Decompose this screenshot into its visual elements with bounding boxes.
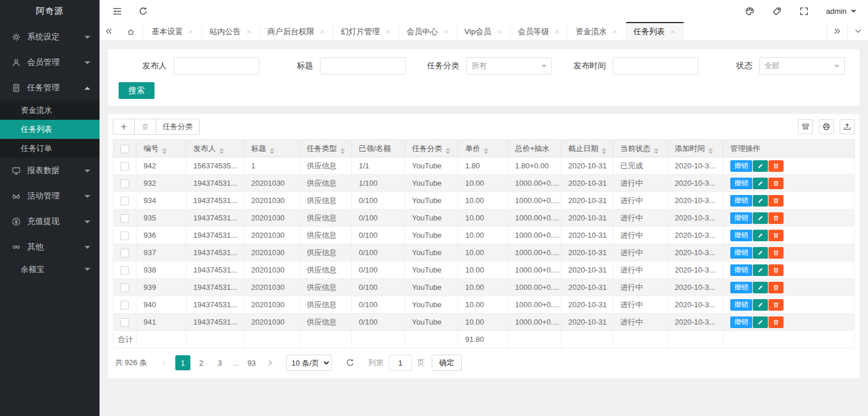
revoke-button[interactable]: 撤销 — [730, 212, 752, 224]
row-checkbox[interactable] — [120, 318, 129, 327]
sort-asc-icon[interactable] — [340, 148, 345, 150]
refresh-icon[interactable] — [138, 6, 148, 16]
sort-desc-icon[interactable] — [602, 152, 606, 154]
sort-desc-icon[interactable] — [484, 152, 488, 154]
row-checkbox[interactable] — [120, 284, 129, 292]
sidebar-item-member-management[interactable]: 会员管理 — [0, 50, 100, 75]
columns-tool-button[interactable] — [798, 119, 813, 134]
page-size-select[interactable]: 10 条/页 — [286, 355, 332, 371]
column-header-deadline[interactable]: 截止日期 — [561, 140, 613, 157]
delete-button[interactable] — [768, 195, 784, 207]
pagination-prev-button[interactable] — [157, 355, 172, 370]
tab-task-list[interactable]: 任务列表 — [626, 22, 684, 41]
column-header-task-type[interactable]: 任务类型 — [300, 140, 352, 157]
sort-desc-icon[interactable] — [270, 152, 274, 154]
sort-icon[interactable] — [602, 148, 606, 154]
sort-desc-icon[interactable] — [654, 152, 659, 154]
sort-asc-icon[interactable] — [162, 148, 167, 150]
tab-home[interactable] — [118, 22, 144, 41]
edit-button[interactable] — [753, 195, 768, 207]
tab-vip-member[interactable]: Vip会员 — [457, 22, 510, 41]
sort-asc-icon[interactable] — [446, 148, 450, 150]
sort-asc-icon[interactable] — [219, 148, 224, 150]
sort-asc-icon[interactable] — [270, 148, 274, 150]
export-tool-button[interactable] — [840, 119, 855, 134]
palette-icon[interactable] — [745, 6, 755, 16]
tab-basic-settings[interactable]: 基本设置 — [144, 22, 202, 41]
pagination-page-93[interactable]: 93 — [244, 355, 259, 370]
column-header-id[interactable]: 编号 — [137, 140, 186, 157]
close-icon[interactable] — [612, 29, 618, 35]
status-select[interactable]: 全部 — [759, 57, 845, 75]
tabs-dropdown-button[interactable] — [847, 22, 868, 41]
tag-icon[interactable] — [772, 6, 782, 16]
sidebar-item-activity-management[interactable]: 活动管理 — [0, 183, 100, 209]
revoke-button[interactable]: 撤销 — [730, 230, 752, 241]
close-icon[interactable] — [385, 29, 391, 35]
delete-button[interactable] — [768, 230, 784, 241]
sort-asc-icon[interactable] — [484, 148, 488, 150]
sidebar-item-recharge-withdraw[interactable]: 充值提现 — [0, 209, 100, 234]
add-button[interactable] — [113, 119, 135, 135]
sidebar-item-system-settings[interactable]: 系统设定 — [0, 24, 100, 50]
column-header-publisher[interactable]: 发布人 — [186, 140, 244, 157]
tabs-scroll-right-button[interactable] — [826, 22, 847, 41]
edit-button[interactable] — [753, 282, 768, 293]
sort-icon[interactable] — [708, 148, 713, 154]
pagination-page-2[interactable]: 2 — [194, 355, 209, 370]
sidebar-item-task-management[interactable]: 任务管理 — [0, 75, 100, 101]
close-icon[interactable] — [670, 29, 676, 35]
pagination-page-1[interactable]: 1 — [175, 355, 190, 370]
pagination-page-3[interactable]: 3 — [212, 355, 227, 370]
revoke-button[interactable]: 撤销 — [730, 299, 752, 311]
revoke-button[interactable]: 撤销 — [730, 160, 752, 172]
column-header-title[interactable]: 标题 — [244, 140, 300, 157]
publisher-input[interactable] — [174, 57, 259, 75]
edit-button[interactable] — [753, 160, 768, 172]
row-checkbox[interactable] — [120, 162, 129, 171]
delete-button[interactable] — [768, 264, 784, 276]
select-all-checkbox[interactable] — [120, 145, 129, 153]
tab-slideshow-management[interactable]: 幻灯片管理 — [333, 22, 399, 41]
close-icon[interactable] — [246, 29, 252, 35]
column-header-category[interactable]: 任务分类 — [405, 140, 458, 157]
sidebar-subitem-fund-flow[interactable]: 资金流水 — [0, 101, 100, 120]
row-checkbox[interactable] — [120, 197, 129, 205]
sort-asc-icon[interactable] — [654, 148, 659, 150]
edit-button[interactable] — [753, 264, 768, 276]
sidebar-item-other[interactable]: 其他 — [0, 234, 100, 260]
sort-desc-icon[interactable] — [708, 152, 713, 154]
column-header-status[interactable]: 当前状态 — [613, 140, 668, 157]
delete-button[interactable] — [768, 247, 784, 259]
revoke-button[interactable]: 撤销 — [730, 282, 752, 293]
row-checkbox[interactable] — [120, 301, 129, 310]
edit-button[interactable] — [753, 230, 768, 241]
sidebar-subitem-task-orders[interactable]: 任务订单 — [0, 139, 100, 158]
tab-member-level[interactable]: 会员等级 — [510, 22, 568, 41]
edit-button[interactable] — [753, 316, 768, 328]
publish-time-input[interactable] — [613, 57, 698, 75]
tab-merchant-permissions[interactable]: 商户后台权限 — [260, 22, 333, 41]
tab-member-center[interactable]: 会员中心 — [399, 22, 457, 41]
revoke-button[interactable]: 撤销 — [730, 178, 752, 189]
sort-icon[interactable] — [446, 148, 450, 154]
sort-icon[interactable] — [162, 148, 167, 154]
task-category-button[interactable]: 任务分类 — [156, 119, 200, 135]
revoke-button[interactable]: 撤销 — [730, 316, 752, 328]
sort-asc-icon[interactable] — [708, 148, 713, 150]
goto-confirm-button[interactable]: 确定 — [432, 355, 462, 371]
sort-desc-icon[interactable] — [340, 152, 345, 154]
delete-button[interactable] — [768, 212, 784, 224]
edit-button[interactable] — [753, 299, 768, 311]
delete-button[interactable] — [768, 299, 784, 311]
edit-button[interactable] — [753, 212, 768, 224]
search-button[interactable]: 搜索 — [119, 82, 155, 99]
close-icon[interactable] — [319, 29, 325, 35]
title-input[interactable] — [320, 57, 406, 75]
edit-button[interactable] — [753, 178, 768, 189]
tab-site-announcement[interactable]: 站内公告 — [202, 22, 260, 41]
delete-button[interactable] — [768, 178, 784, 189]
delete-button[interactable] — [768, 160, 784, 172]
close-icon[interactable] — [554, 29, 560, 35]
print-tool-button[interactable] — [819, 119, 834, 134]
